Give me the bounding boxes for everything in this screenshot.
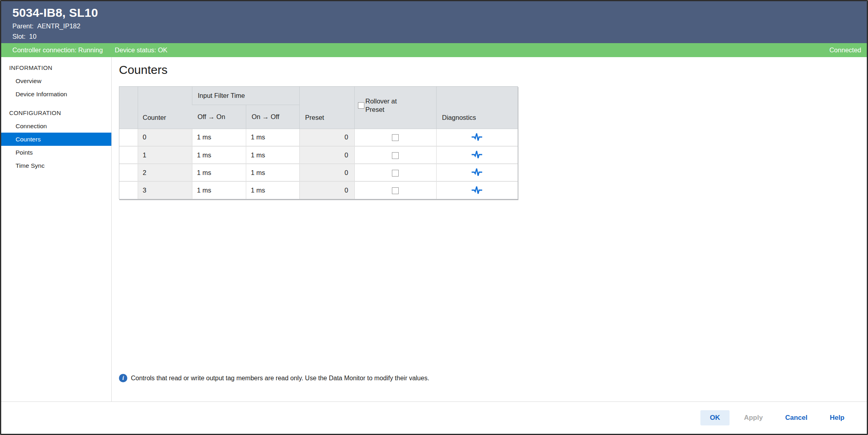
slot-line: Slot:10 (12, 33, 856, 40)
sidebar-item-device-information[interactable]: Device Information (1, 87, 111, 101)
controller-connection-status: Controller connection: Running (12, 46, 103, 54)
column-header-off-on: Off → On (192, 105, 246, 129)
preset-cell: 0 (299, 181, 354, 199)
table-row: 0 1 ms 1 ms 0 (119, 129, 518, 146)
ok-button[interactable]: OK (700, 410, 730, 425)
rollover-cell (354, 181, 436, 199)
status-bar: Controller connection: Running Device st… (1, 43, 867, 57)
sidebar-item-points[interactable]: Points (1, 146, 111, 159)
module-properties-window: 5034-IB8, SL10 Parent:AENTR_IP182 Slot:1… (0, 0, 868, 435)
rollover-checkbox[interactable] (392, 134, 399, 141)
rollover-cell (354, 146, 436, 164)
counter-cell: 0 (138, 129, 192, 146)
column-header-counter: Counter (138, 87, 192, 129)
parent-value: AENTR_IP182 (37, 22, 80, 30)
info-icon: i (119, 374, 127, 382)
counters-table: Counter Input Filter Time Preset Rollove… (119, 87, 518, 199)
sidebar-item-overview[interactable]: Overview (1, 74, 111, 87)
navigation-sidebar: INFORMATION Overview Device Information … (1, 57, 112, 401)
counter-cell: 3 (138, 181, 192, 199)
cancel-button[interactable]: Cancel (777, 410, 815, 425)
diagnostics-icon[interactable] (469, 185, 484, 196)
counter-cell: 1 (138, 146, 192, 164)
counter-cell: 2 (138, 164, 192, 181)
row-selector-header (119, 87, 138, 129)
table-row: 1 1 ms 1 ms 0 (119, 146, 518, 164)
diagnostics-cell (436, 146, 518, 164)
page-title: Counters (119, 63, 867, 77)
counters-table-container: Counter Input Filter Time Preset Rollove… (119, 86, 518, 199)
row-selector-cell[interactable] (119, 146, 138, 164)
column-header-diagnostics: Diagnostics (436, 87, 518, 129)
table-row: 3 1 ms 1 ms 0 (119, 181, 518, 199)
diagnostics-icon[interactable] (469, 131, 484, 143)
sidebar-item-connection[interactable]: Connection (1, 119, 111, 133)
column-header-on-off: On → Off (246, 105, 299, 129)
info-note-row: i Controls that read or write output tag… (119, 374, 867, 382)
sidebar-item-time-sync[interactable]: Time Sync (1, 159, 111, 172)
column-header-rollover: Rollover at Preset (354, 87, 436, 129)
on-off-cell[interactable]: 1 ms (246, 146, 299, 164)
on-off-cell[interactable]: 1 ms (246, 164, 299, 181)
rollover-all-checkbox[interactable] (358, 102, 364, 109)
row-selector-cell[interactable] (119, 181, 138, 199)
preset-cell: 0 (299, 129, 354, 146)
info-note-text: Controls that read or write output tag m… (131, 375, 429, 382)
preset-cell: 0 (299, 146, 354, 164)
table-row: 2 1 ms 1 ms 0 (119, 164, 518, 181)
device-status: Device status: OK (115, 46, 168, 54)
main-content: Counters Counter Input Filter Time Prese… (112, 57, 867, 401)
module-title: 5034-IB8, SL10 (12, 6, 856, 20)
sidebar-section-configuration: CONFIGURATION (1, 106, 111, 119)
off-on-cell[interactable]: 1 ms (192, 129, 246, 146)
diagnostics-icon[interactable] (469, 167, 484, 178)
rollover-checkbox[interactable] (392, 187, 399, 194)
connection-state: Connected (829, 46, 861, 54)
footer-bar: OK Apply Cancel Help (1, 401, 867, 434)
preset-cell: 0 (299, 164, 354, 181)
row-selector-cell[interactable] (119, 129, 138, 146)
row-selector-cell[interactable] (119, 164, 138, 181)
column-group-input-filter-time: Input Filter Time (192, 87, 299, 105)
parent-line: Parent:AENTR_IP182 (12, 22, 856, 30)
off-on-cell[interactable]: 1 ms (192, 181, 246, 199)
help-button[interactable]: Help (822, 410, 852, 425)
diagnostics-icon[interactable] (469, 149, 484, 160)
column-header-preset: Preset (299, 87, 354, 129)
diagnostics-cell (436, 164, 518, 181)
sidebar-item-counters[interactable]: Counters (1, 133, 111, 146)
sidebar-section-information: INFORMATION (1, 61, 111, 74)
window-header: 5034-IB8, SL10 Parent:AENTR_IP182 Slot:1… (1, 1, 867, 43)
rollover-cell (354, 129, 436, 146)
off-on-cell[interactable]: 1 ms (192, 146, 246, 164)
rollover-cell (354, 164, 436, 181)
apply-button[interactable]: Apply (736, 410, 771, 425)
on-off-cell[interactable]: 1 ms (246, 129, 299, 146)
column-header-rollover-label: Rollover at Preset (366, 97, 406, 114)
rollover-checkbox[interactable] (392, 170, 399, 177)
parent-label: Parent: (12, 22, 34, 30)
rollover-checkbox[interactable] (392, 152, 399, 159)
off-on-cell[interactable]: 1 ms (192, 164, 246, 181)
slot-value: 10 (29, 33, 36, 40)
slot-label: Slot: (12, 33, 26, 40)
diagnostics-cell (436, 181, 518, 199)
on-off-cell[interactable]: 1 ms (246, 181, 299, 199)
diagnostics-cell (436, 129, 518, 146)
